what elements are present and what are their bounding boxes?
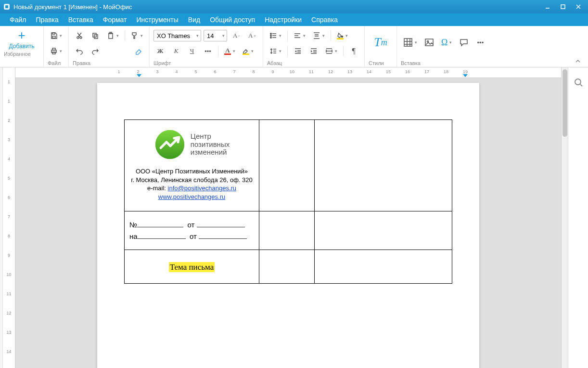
svg-point-21 — [270, 35, 271, 36]
minimize-button[interactable] — [541, 2, 554, 12]
show-marks-button[interactable]: ¶ — [347, 44, 360, 58]
logo-text-2: позитивных — [191, 141, 230, 149]
hruler-num: 13 — [347, 69, 352, 74]
org-email-link[interactable]: info@positivechanges.ru — [168, 184, 237, 192]
insert-symbol-button[interactable]: Ω▾ — [439, 36, 454, 49]
decrease-indent-button[interactable] — [291, 44, 305, 58]
hruler-num: 15 — [386, 69, 391, 74]
maximize-button[interactable] — [556, 2, 570, 12]
tab-stops-button[interactable]: ▾ — [323, 44, 340, 58]
bold-button[interactable]: Ж — [153, 44, 167, 58]
hruler-num: 3 — [156, 69, 158, 74]
highlight-color-button[interactable]: ▾ — [240, 44, 256, 58]
table-cell-numbers[interactable]: № от на от — [125, 211, 259, 250]
horizontal-ruler[interactable]: 1 2 3 4 5 6 7 8 9 10 11 12 13 14 15 16 1… — [15, 67, 561, 78]
document-scroll[interactable]: Центр позитивных изменений ООО «Центр По… — [15, 78, 561, 368]
menu-format[interactable]: Формат — [98, 14, 132, 25]
titlebar: Новый документ 1 [Изменен] - МойОфис — [0, 0, 588, 13]
italic-button[interactable]: К — [169, 44, 183, 58]
org-name: ООО «Центр Позитивных Изменений» — [129, 167, 254, 176]
table-cell-subject[interactable]: Тема письма — [125, 250, 259, 284]
font-color-button[interactable]: A ▾ — [222, 44, 238, 58]
indent-marker[interactable] — [137, 74, 141, 77]
font-name-value: XO Thames — [157, 32, 194, 39]
toolbar-group-paragraph: ▾ ▾ ▾ ▾ ▾ ▾ ¶ — [263, 26, 365, 67]
logo-icon — [154, 129, 186, 160]
increase-font-button[interactable]: A+ — [245, 29, 259, 42]
vruler-tick: 10 — [6, 265, 11, 284]
insert-comment-button[interactable] — [457, 36, 471, 49]
bullet-list-button[interactable]: ▾ — [267, 29, 284, 42]
org-email-line: e-mail: info@positivechanges.ru — [129, 184, 254, 193]
menu-insert[interactable]: Вставка — [64, 14, 98, 25]
menu-sharing[interactable]: Общий доступ — [205, 14, 260, 25]
file-group-label: Файл — [48, 60, 64, 66]
letter-subject-highlighted[interactable]: Тема письма — [169, 262, 215, 272]
close-button[interactable] — [572, 2, 585, 12]
copy-button[interactable] — [89, 29, 102, 42]
vruler-tick: 9 — [8, 246, 10, 265]
vertical-ruler[interactable]: 1 1 2 3 4 5 6 7 8 9 10 11 12 13 14 — [3, 67, 15, 368]
vruler-tick: 12 — [6, 303, 11, 323]
undo-button[interactable] — [73, 44, 86, 58]
menubar: Файл Правка Вставка Формат Инструменты В… — [0, 13, 588, 26]
table-cell[interactable] — [259, 120, 315, 211]
document-page[interactable]: Центр позитивных изменений ООО «Центр По… — [97, 83, 479, 368]
hruler-num: 8 — [252, 69, 255, 74]
menu-edit[interactable]: Правка — [31, 14, 63, 25]
clear-format-button[interactable] — [132, 44, 145, 58]
underline-button[interactable]: Ч — [185, 44, 199, 58]
ot-label-2: от — [190, 232, 197, 240]
align-left-button[interactable]: ▾ — [291, 29, 308, 42]
print-button[interactable]: ▾ — [48, 44, 64, 58]
insert-image-button[interactable] — [422, 36, 436, 49]
search-panel-button[interactable] — [571, 75, 586, 90]
add-favorite-button[interactable]: + Добавить — [4, 29, 39, 50]
format-painter-button[interactable]: ▾ — [128, 29, 145, 42]
collapse-ribbon-button[interactable] — [574, 58, 582, 64]
insert-more-button[interactable]: ••• — [473, 36, 487, 49]
vruler-tick: 13 — [6, 323, 11, 342]
svg-rect-1 — [5, 5, 8, 8]
table-cell-logo[interactable]: Центр позитивных изменений ООО «Центр По… — [125, 120, 259, 211]
vertical-align-button[interactable]: ▾ — [310, 29, 327, 42]
menu-view[interactable]: Вид — [183, 14, 205, 25]
window-controls — [541, 2, 585, 12]
document-table[interactable]: Центр позитивных изменений ООО «Центр По… — [124, 119, 452, 284]
table-cell[interactable] — [259, 250, 315, 284]
save-button[interactable]: ▾ — [48, 29, 64, 42]
menu-tools[interactable]: Инструменты — [132, 14, 183, 25]
email-label: e-mail: — [147, 184, 168, 192]
svg-rect-6 — [52, 36, 55, 38]
favorites-group-label: Избранное — [4, 51, 39, 57]
table-cell[interactable] — [315, 120, 452, 211]
redo-button[interactable] — [89, 44, 102, 58]
font-name-combo[interactable]: XO Thames▾ — [153, 30, 201, 41]
vruler-tick: 1 — [8, 72, 10, 92]
table-cell[interactable] — [315, 211, 452, 250]
increase-indent-button[interactable] — [307, 44, 320, 58]
hruler-num: 17 — [424, 69, 429, 74]
right-sidebar — [568, 67, 588, 368]
font-size-combo[interactable]: 14▾ — [204, 30, 227, 41]
right-indent-marker[interactable] — [463, 74, 468, 77]
table-cell[interactable] — [315, 250, 452, 284]
insert-table-button[interactable]: ▾ — [401, 36, 420, 49]
menu-addons[interactable]: Надстройки — [260, 14, 307, 25]
hruler-num: 14 — [367, 69, 371, 74]
menu-help[interactable]: Справка — [307, 14, 343, 25]
more-font-button[interactable]: ••• — [201, 44, 215, 58]
paste-button[interactable]: ▾ — [104, 29, 121, 42]
line-spacing-button[interactable]: ▾ — [267, 44, 284, 58]
hruler-num: 2 — [137, 69, 139, 74]
fill-color-button[interactable]: ▾ — [334, 29, 350, 42]
cut-button[interactable] — [73, 29, 86, 42]
decrease-font-button[interactable]: A- — [230, 29, 243, 42]
table-cell[interactable] — [259, 211, 315, 250]
scrollbar-thumb[interactable] — [562, 69, 567, 137]
org-site-link[interactable]: www.positivechanges.ru — [158, 193, 225, 200]
menu-file[interactable]: Файл — [5, 14, 31, 25]
svg-rect-3 — [561, 5, 565, 9]
styles-button[interactable]: Tт — [369, 29, 393, 56]
vertical-scrollbar[interactable] — [561, 67, 568, 368]
